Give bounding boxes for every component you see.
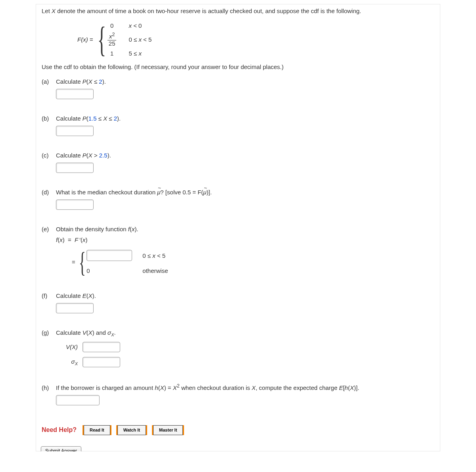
vx-label: V(X) [56, 343, 78, 350]
part-f-label: (f) [42, 292, 56, 299]
part-g: (g) Calculate V(X) and σX. V(X) σX [42, 329, 434, 367]
instruction-text: Use the cdf to obtain the following. (If… [42, 63, 434, 70]
part-e: (e) Obtain the density function f(x). f(… [42, 226, 434, 276]
part-e-prompt: Obtain the density function f(x). [56, 226, 434, 232]
watch-it-button[interactable]: Watch It [117, 425, 146, 435]
part-c: (c) Calculate P(X > 2.5). [42, 152, 434, 173]
cdf-case-1-value: x225 [107, 32, 117, 47]
question-box: Let X denote the amount of time a book o… [36, 4, 440, 451]
part-c-input[interactable] [56, 163, 94, 173]
part-a-label: (a) [42, 78, 56, 85]
part-f-input[interactable] [56, 303, 94, 313]
read-it-button[interactable]: Read It [84, 425, 110, 435]
eq-sign: = [72, 259, 75, 265]
part-a-prompt: Calculate P(X ≤ 2). [56, 78, 434, 85]
part-c-label: (c) [42, 152, 56, 159]
part-e-eq: f(x) = F ′(x) [56, 236, 434, 243]
part-f-prompt: Calculate E(X). [56, 292, 434, 299]
cdf-lhs: F(x) = [77, 36, 93, 43]
intro-text: Let X denote the amount of time a book o… [42, 7, 434, 16]
part-g-label: (g) [42, 329, 56, 336]
master-it-button[interactable]: Master It [153, 425, 183, 435]
part-h-input[interactable] [56, 395, 100, 405]
part-b-label: (b) [42, 115, 56, 122]
part-d-label: (d) [42, 189, 56, 196]
cdf-case-2-value: 1 [107, 50, 117, 57]
submit-answer-button[interactable]: Submit Answer [41, 446, 81, 451]
part-d-input[interactable] [56, 200, 94, 210]
part-h-prompt: If the borrower is charged an amount h(X… [56, 383, 434, 391]
cdf-case-2-cond: 5 ≤ x [129, 50, 152, 57]
part-g-sigmax-input[interactable] [83, 357, 120, 367]
part-c-prompt: Calculate P(X > 2.5). [56, 152, 434, 159]
part-d: (d) What is the median checkout duration… [42, 189, 434, 210]
need-help-label: Need Help? [42, 426, 77, 434]
density-case-0-cond: 0 ≤ x < 5 [142, 252, 168, 259]
part-d-prompt: What is the median checkout duration μ? … [56, 189, 434, 196]
sigmax-label: σX [56, 358, 78, 366]
part-g-vx-input[interactable] [83, 342, 120, 352]
cdf-case-0-cond: x < 0 [129, 22, 152, 29]
part-a-input[interactable] [56, 89, 94, 99]
density-brace-icon: { [79, 248, 85, 276]
density-case-1-val: 0 [86, 267, 132, 274]
cdf-case-1-cond: 0 ≤ x < 5 [129, 36, 152, 43]
part-e-label: (e) [42, 226, 56, 232]
part-h: (h) If the borrower is charged an amount… [42, 383, 434, 405]
part-h-label: (h) [42, 384, 56, 391]
need-help-row: Need Help? Read It Watch It Master It [42, 425, 434, 435]
part-a: (a) Calculate P(X ≤ 2). [42, 78, 434, 99]
density-case-1-cond: otherwise [142, 267, 168, 274]
cdf-definition: F(x) = { 0 x < 0 x225 0 ≤ x < 5 1 5 ≤ x [77, 22, 434, 58]
brace-icon: { [97, 22, 106, 58]
part-g-prompt: Calculate V(X) and σX. [56, 329, 434, 337]
part-e-input[interactable] [86, 250, 132, 261]
part-b: (b) Calculate P(1.5 ≤ X ≤ 2). [42, 115, 434, 136]
cdf-case-0-value: 0 [107, 22, 117, 29]
part-b-prompt: Calculate P(1.5 ≤ X ≤ 2). [56, 115, 434, 122]
part-f: (f) Calculate E(X). [42, 292, 434, 313]
part-b-input[interactable] [56, 126, 94, 136]
